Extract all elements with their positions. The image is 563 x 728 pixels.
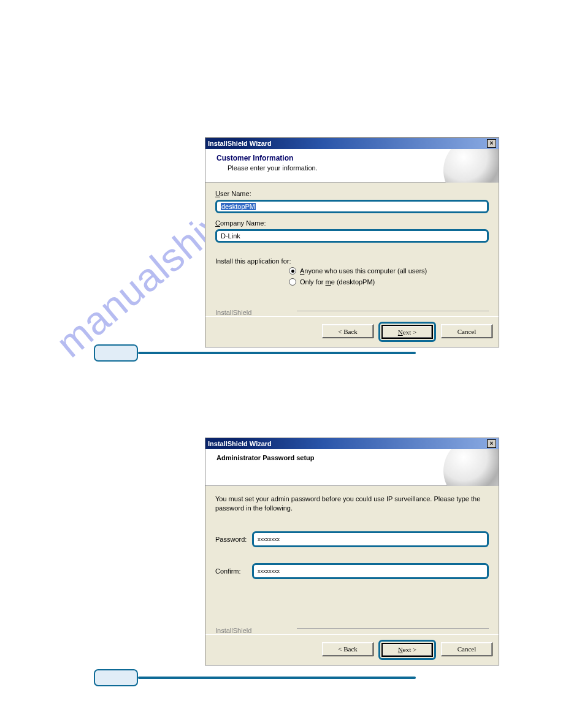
next-button[interactable]: Next > — [381, 643, 433, 657]
button-row: < Back Next > Cancel — [205, 316, 499, 347]
company-name-label: ompany Name: — [220, 219, 266, 227]
dialog-body: User Name: desktopPM Company Name: Insta… — [205, 183, 499, 298]
callout-box — [94, 669, 138, 686]
dialog-header: Customer Information Please enter your i… — [205, 149, 499, 183]
back-button[interactable]: < Back — [322, 324, 373, 338]
titlebar: InstallShield Wizard × — [205, 438, 499, 449]
callout-1 — [94, 344, 416, 362]
radio-anyone-label: nyone who uses this computer (all users) — [304, 267, 427, 275]
password-label: Password: — [215, 536, 247, 543]
callout-box — [94, 344, 138, 362]
cancel-button[interactable]: Cancel — [441, 324, 492, 338]
installshield-label: InstallShield — [215, 309, 251, 316]
divider: InstallShield — [205, 309, 499, 316]
next-highlight: Next > — [378, 322, 436, 342]
cancel-button[interactable]: Cancel — [441, 642, 492, 656]
radio-only-me[interactable]: Only for me (desktopPM) — [289, 278, 489, 286]
radio-only-me-label: e (desktopPM) — [331, 278, 375, 286]
window-title: InstallShield Wizard — [208, 440, 272, 447]
install-for-label: Install this application for: — [215, 257, 489, 265]
dialog-admin-password: InstallShield Wizard × Administrator Pas… — [205, 438, 499, 665]
next-button[interactable]: Next > — [381, 325, 433, 339]
password-input[interactable] — [252, 531, 489, 547]
titlebar: InstallShield Wizard × — [205, 138, 499, 149]
dialog-header: Administrator Password setup — [205, 449, 499, 486]
user-name-value: desktopPM — [221, 203, 256, 210]
confirm-label: Confirm: — [215, 567, 247, 575]
user-name-input[interactable]: desktopPM — [215, 200, 489, 213]
window-title: InstallShield Wizard — [208, 140, 272, 147]
callout-line — [138, 677, 416, 679]
radio-anyone[interactable]: Anyone who uses this computer (all users… — [289, 267, 489, 275]
header-curl-graphic — [437, 449, 499, 486]
close-icon[interactable]: × — [487, 139, 496, 148]
callout-2 — [94, 669, 416, 686]
radio-icon — [289, 278, 296, 286]
radio-icon — [289, 267, 296, 275]
instruction-text: You must set your admin password before … — [215, 495, 489, 513]
divider: InstallShield — [205, 627, 499, 634]
user-name-label: ser Name: — [220, 190, 251, 197]
next-highlight: Next > — [378, 640, 436, 660]
dialog-customer-info: InstallShield Wizard × Customer Informat… — [205, 137, 499, 347]
dialog-body: You must set your admin password before … — [205, 486, 499, 616]
header-curl-graphic — [443, 149, 499, 183]
installshield-label: InstallShield — [215, 627, 251, 634]
button-row: < Back Next > Cancel — [205, 634, 499, 665]
close-icon[interactable]: × — [487, 439, 496, 448]
confirm-input[interactable] — [252, 563, 489, 579]
back-button[interactable]: < Back — [322, 642, 373, 656]
callout-line — [138, 352, 416, 354]
company-name-input[interactable] — [215, 229, 489, 243]
